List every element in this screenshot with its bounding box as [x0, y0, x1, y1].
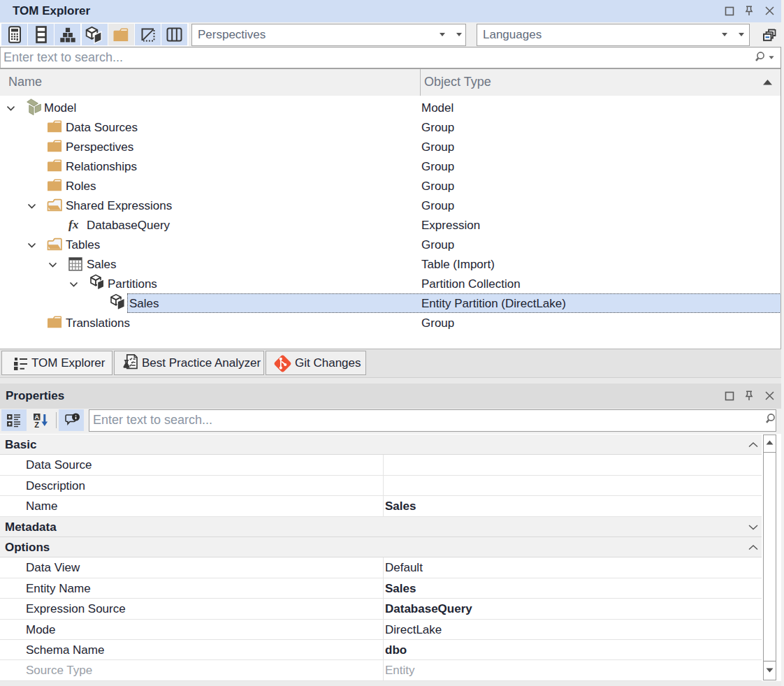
svg-text:A: A [34, 414, 39, 421]
svg-text:Z: Z [34, 421, 39, 429]
